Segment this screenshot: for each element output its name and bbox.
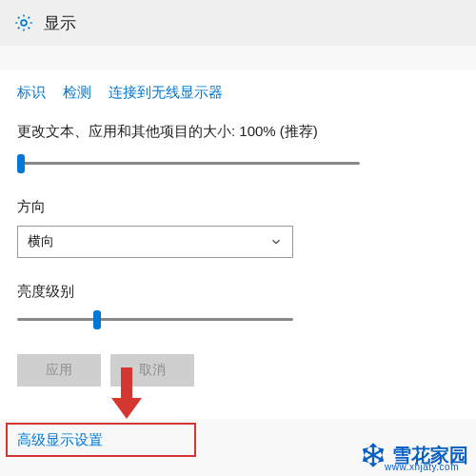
advanced-display-settings-link[interactable]: 高级显示设置 bbox=[17, 431, 103, 449]
apply-button: 应用 bbox=[17, 354, 101, 387]
orientation-value: 横向 bbox=[28, 233, 54, 250]
brightness-title: 亮度级别 bbox=[17, 283, 459, 301]
svg-marker-7 bbox=[378, 446, 387, 455]
cancel-button: 取消 bbox=[110, 354, 194, 387]
advanced-settings-highlight: 高级显示设置 bbox=[6, 423, 196, 457]
scale-slider[interactable] bbox=[17, 154, 360, 173]
svg-marker-4 bbox=[368, 443, 377, 447]
slider-thumb[interactable] bbox=[17, 154, 25, 173]
slider-track bbox=[17, 318, 293, 321]
svg-marker-5 bbox=[368, 463, 377, 467]
identify-link[interactable]: 标识 bbox=[17, 84, 46, 102]
header: 显示 bbox=[0, 0, 476, 46]
watermark: 雪花家园 www.xhjaty.com bbox=[360, 442, 468, 468]
svg-marker-8 bbox=[361, 455, 369, 465]
link-row: 标识 检测 连接到无线显示器 bbox=[17, 84, 459, 102]
button-row: 应用 取消 bbox=[17, 354, 459, 387]
brightness-slider[interactable] bbox=[17, 310, 293, 329]
snowflake-icon bbox=[360, 442, 387, 468]
gear-icon bbox=[13, 12, 34, 33]
page-title: 显示 bbox=[44, 12, 76, 34]
orientation-title: 方向 bbox=[17, 198, 459, 216]
scale-label: 更改文本、应用和其他项目的大小: 100% (推荐) bbox=[17, 123, 459, 141]
orientation-dropdown[interactable]: 横向 bbox=[17, 226, 293, 258]
slider-thumb[interactable] bbox=[93, 310, 101, 329]
slider-track bbox=[17, 162, 360, 165]
chevron-down-icon bbox=[269, 235, 283, 248]
detect-link[interactable]: 检测 bbox=[63, 84, 91, 102]
watermark-url: www.xhjaty.com bbox=[385, 462, 459, 472]
wireless-display-link[interactable]: 连接到无线显示器 bbox=[109, 84, 223, 102]
svg-point-0 bbox=[21, 20, 27, 26]
content-area: 标识 检测 连接到无线显示器 更改文本、应用和其他项目的大小: 100% (推荐… bbox=[0, 70, 476, 419]
svg-marker-11 bbox=[361, 446, 369, 455]
